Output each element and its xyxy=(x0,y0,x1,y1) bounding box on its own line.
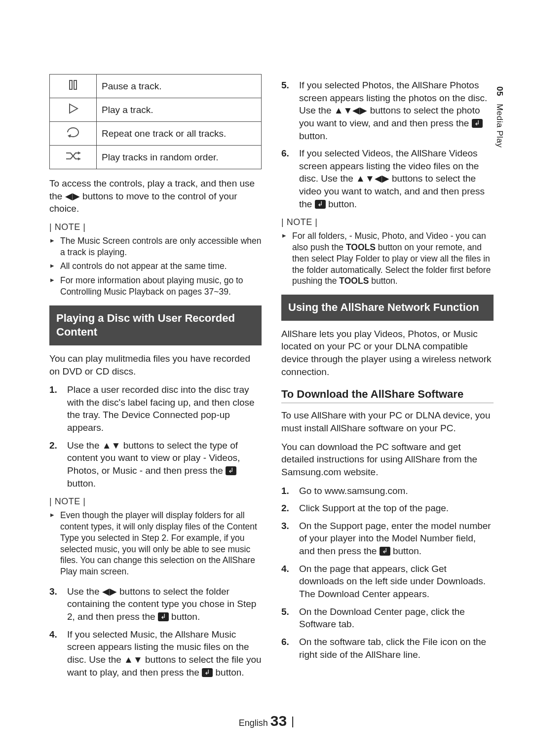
page-footer: English 33 | xyxy=(0,713,533,729)
list-item: The Music Screen controls are only acces… xyxy=(49,235,262,258)
svg-marker-3 xyxy=(68,134,71,138)
list-item: Use the ◀▶ buttons to select the folder … xyxy=(49,585,262,623)
svg-rect-0 xyxy=(70,80,72,89)
access-controls-text: To access the controls, play a track, an… xyxy=(49,177,262,215)
controls-table: Pause a track.Play a track.Repeat one tr… xyxy=(49,74,262,169)
use-para-1: To use AllShare with your PC or DLNA dev… xyxy=(281,409,494,434)
enter-icon xyxy=(315,200,326,209)
rule-line xyxy=(281,403,494,403)
chapter-title: Media Play xyxy=(495,104,504,148)
chapter-number: 05 xyxy=(495,86,504,96)
intro-text: You can play mulitmedia files you have r… xyxy=(49,352,262,378)
list-item: All controls do not appear at the same t… xyxy=(49,261,262,272)
svg-marker-5 xyxy=(78,157,81,160)
enter-icon xyxy=(380,547,390,556)
enter-icon xyxy=(472,119,483,128)
section-title-left: Playing a Disc with User Recorded Conten… xyxy=(49,305,262,345)
steps-list-2: Use the ◀▶ buttons to select the folder … xyxy=(49,585,262,679)
pause-icon xyxy=(50,75,97,98)
control-desc: Repeat one track or all tracks. xyxy=(97,122,262,146)
list-item: On the software tab, click the File icon… xyxy=(281,636,494,661)
table-row: Repeat one track or all tracks. xyxy=(50,122,262,146)
list-item: Use the ▲▼ buttons to select the type of… xyxy=(49,439,262,490)
subheading: To Download the AllShare Software xyxy=(281,388,494,401)
svg-marker-4 xyxy=(78,151,81,154)
footer-pipe: | xyxy=(291,714,294,727)
list-item: Click Support at the top of the page. xyxy=(281,502,494,515)
use-para-2: You can download the PC software and get… xyxy=(281,441,494,479)
note-heading-3: | NOTE | xyxy=(281,217,494,227)
enter-icon xyxy=(226,466,236,475)
play-icon xyxy=(50,98,97,122)
download-steps: Go to www.samsung.com.Click Support at t… xyxy=(281,485,494,661)
list-item: For more information about playing music… xyxy=(49,275,262,298)
list-item: For all folders, - Music, Photo, and Vid… xyxy=(281,230,494,287)
list-item: On the Support page, enter the model num… xyxy=(281,520,494,558)
allshare-intro: AllShare lets you play Videos, Photos, o… xyxy=(281,328,494,378)
svg-rect-1 xyxy=(74,80,76,89)
control-desc: Play a track. xyxy=(97,98,262,122)
page-content: Pause a track.Play a track.Repeat one tr… xyxy=(0,0,533,718)
note-list-2: Even though the player will display fold… xyxy=(49,510,262,577)
repeat-icon xyxy=(50,122,97,146)
control-desc: Play tracks in random order. xyxy=(97,146,262,169)
right-column: If you selected Photos, the AllShare Pho… xyxy=(281,74,494,683)
list-item: If you selected Photos, the AllShare Pho… xyxy=(281,79,494,142)
note-list-1: The Music Screen controls are only acces… xyxy=(49,235,262,298)
list-item: On the Download Center page, click the S… xyxy=(281,605,494,631)
side-tab: 05 Media Play xyxy=(495,86,504,148)
list-item: Place a user recorded disc into the disc… xyxy=(49,383,262,434)
control-desc: Pause a track. xyxy=(97,75,262,98)
enter-icon xyxy=(202,668,213,677)
list-item: Go to www.samsung.com. xyxy=(281,485,494,497)
section-title-right: Using the AllShare Network Function xyxy=(281,295,494,321)
shuffle-icon xyxy=(50,146,97,169)
svg-marker-2 xyxy=(70,104,77,113)
list-item: If you selected Music, the Allshare Musi… xyxy=(49,628,262,679)
note-heading-2: | NOTE | xyxy=(49,496,262,507)
note-heading: | NOTE | xyxy=(49,222,262,232)
table-row: Pause a track. xyxy=(50,75,262,98)
steps-list-3: If you selected Photos, the AllShare Pho… xyxy=(281,79,494,210)
footer-lang: English xyxy=(239,718,268,728)
list-item: On the page that appears, click Get down… xyxy=(281,563,494,601)
note-list-3: For all folders, - Music, Photo, and Vid… xyxy=(281,230,494,287)
enter-icon xyxy=(158,612,169,621)
steps-list-1: Place a user recorded disc into the disc… xyxy=(49,383,262,490)
list-item: If you selected Videos, the AllShare Vid… xyxy=(281,147,494,210)
table-row: Play a track. xyxy=(50,98,262,122)
left-column: Pause a track.Play a track.Repeat one tr… xyxy=(49,74,262,683)
table-row: Play tracks in random order. xyxy=(50,146,262,169)
list-item: Even though the player will display fold… xyxy=(49,510,262,577)
footer-page-number: 33 xyxy=(270,713,287,729)
